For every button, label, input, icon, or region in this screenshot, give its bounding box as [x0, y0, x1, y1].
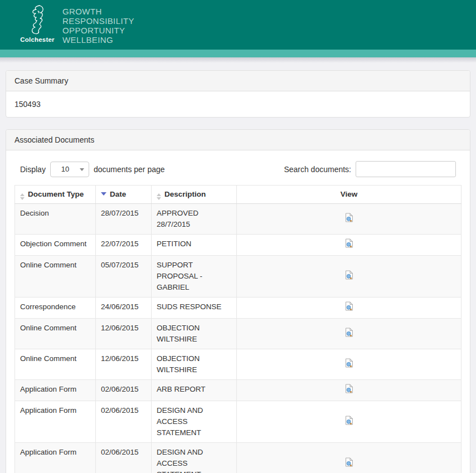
column-header-view: View	[237, 186, 462, 204]
table-row: Decision 28/07/2015 APPROVED 28/7/2015	[15, 204, 462, 235]
view-cell	[237, 256, 462, 298]
document-type-cell: Decision	[15, 204, 96, 235]
table-row: Online Comment 12/06/2015 OBJECTION WILT…	[15, 349, 462, 380]
view-document-button[interactable]	[344, 358, 354, 371]
table-row: Correspondence 24/06/2015 SUDS RESPONSE	[15, 298, 462, 319]
description-cell: SUDS RESPONSE	[152, 298, 237, 319]
search-label: Search documents:	[284, 165, 351, 174]
document-type-cell: Online Comment	[15, 349, 96, 380]
view-document-button[interactable]	[344, 301, 354, 314]
view-document-button[interactable]	[344, 328, 354, 340]
associated-documents-title: Associated Documents	[6, 130, 470, 150]
view-cell	[237, 204, 462, 235]
view-document-icon	[344, 273, 354, 281]
description-cell: PETITION	[152, 235, 237, 256]
table-row: Online Comment 12/06/2015 OBJECTION WILT…	[15, 319, 462, 349]
document-type-cell: Correspondence	[15, 298, 96, 319]
page-length-control: Display 10 documents per page	[20, 162, 165, 177]
site-header: Colchester GROWTH RESPONSIBILITY OPPORTU…	[0, 0, 476, 50]
case-summary-title: Case Summary	[6, 71, 470, 91]
documents-table: Document Type Date Description View	[14, 185, 462, 473]
motto-line: WELLBEING	[62, 35, 134, 45]
date-cell: 24/06/2015	[96, 298, 152, 319]
description-cell: DESIGN AND ACCESS STATEMENT	[152, 443, 237, 473]
column-header-date[interactable]: Date	[96, 186, 152, 204]
logo-wordmark: Colchester	[20, 36, 55, 43]
sort-desc-icon	[101, 192, 106, 196]
date-cell: 02/06/2015	[96, 443, 152, 473]
case-summary-panel: Case Summary 150493	[6, 70, 470, 118]
motto-line: GROWTH	[62, 7, 134, 16]
description-cell: DESIGN AND ACCESS STATEMENT	[152, 401, 237, 443]
case-number: 150493	[14, 100, 41, 109]
view-cell	[237, 319, 462, 349]
view-cell	[237, 380, 462, 401]
table-row: Application Form 02/06/2015 DESIGN AND A…	[15, 443, 462, 473]
view-document-icon	[344, 330, 354, 339]
view-document-icon	[344, 460, 354, 469]
search-control: Search documents:	[284, 161, 456, 177]
table-row: Online Comment 05/07/2015 SUPPORT PROPOS…	[15, 256, 462, 298]
view-document-icon	[344, 418, 354, 427]
view-document-icon	[344, 387, 354, 395]
view-cell	[237, 401, 462, 443]
header-accent-strip	[0, 50, 476, 57]
display-label: Display	[20, 165, 46, 174]
description-cell: OBJECTION WILTSHIRE	[152, 319, 237, 349]
table-row: Objection Comment 22/07/2015 PETITION	[15, 235, 462, 256]
view-document-icon	[344, 361, 354, 369]
view-cell	[237, 443, 462, 473]
document-type-cell: Application Form	[15, 380, 96, 401]
table-row: Application Form 02/06/2015 ARB REPORT	[15, 380, 462, 401]
column-header-document-type[interactable]: Document Type	[15, 186, 96, 204]
view-document-icon	[344, 216, 354, 224]
view-cell	[237, 235, 462, 256]
associated-documents-panel: Associated Documents Display 10 document…	[6, 129, 470, 473]
date-cell: 12/06/2015	[96, 319, 152, 349]
view-document-button[interactable]	[344, 238, 354, 251]
view-document-button[interactable]	[344, 213, 354, 226]
date-cell: 28/07/2015	[96, 204, 152, 235]
description-cell: SUPPORT PROPOSAL - GABRIEL	[152, 256, 237, 298]
sort-icon	[20, 193, 25, 200]
date-cell: 22/07/2015	[96, 235, 152, 256]
header-shadow	[0, 57, 476, 63]
document-type-cell: Application Form	[15, 401, 96, 443]
view-cell	[237, 349, 462, 380]
description-cell: OBJECTION WILTSHIRE	[152, 349, 237, 380]
colchester-logo: Colchester	[20, 4, 55, 43]
motto-line: RESPONSIBILITY	[62, 16, 134, 26]
date-cell: 12/06/2015	[96, 349, 152, 380]
view-document-button[interactable]	[344, 416, 354, 428]
motto-line: OPPORTUNITY	[62, 26, 134, 35]
document-type-cell: Online Comment	[15, 256, 96, 298]
column-header-description[interactable]: Description	[152, 186, 237, 204]
page-container: Case Summary 150493 Associated Documents…	[0, 70, 476, 473]
page-size-select-wrap: 10	[50, 162, 89, 177]
description-cell: APPROVED 28/7/2015	[152, 204, 237, 235]
document-type-cell: Objection Comment	[15, 235, 96, 256]
table-header-row: Document Type Date Description View	[15, 186, 462, 204]
date-cell: 02/06/2015	[96, 401, 152, 443]
view-document-button[interactable]	[344, 457, 354, 470]
document-type-cell: Application Form	[15, 443, 96, 473]
date-cell: 05/07/2015	[96, 256, 152, 298]
description-cell: ARB REPORT	[152, 380, 237, 401]
search-input[interactable]	[356, 161, 456, 177]
date-cell: 02/06/2015	[96, 380, 152, 401]
view-document-icon	[344, 241, 354, 250]
documents-table-body: Decision 28/07/2015 APPROVED 28/7/2015 O…	[15, 204, 462, 473]
page-size-select[interactable]: 10	[50, 162, 89, 177]
view-document-button[interactable]	[344, 384, 354, 397]
header-motto: GROWTH RESPONSIBILITY OPPORTUNITY WELLBE…	[62, 4, 134, 45]
display-suffix-label: documents per page	[94, 165, 165, 174]
table-controls: Display 10 documents per page Search doc…	[14, 159, 462, 177]
table-row: Application Form 02/06/2015 DESIGN AND A…	[15, 401, 462, 443]
colchester-logo-icon	[20, 4, 55, 36]
view-document-icon	[344, 304, 354, 313]
sort-icon	[157, 193, 161, 200]
view-cell	[237, 298, 462, 319]
document-type-cell: Online Comment	[15, 319, 96, 349]
view-document-button[interactable]	[344, 270, 354, 283]
